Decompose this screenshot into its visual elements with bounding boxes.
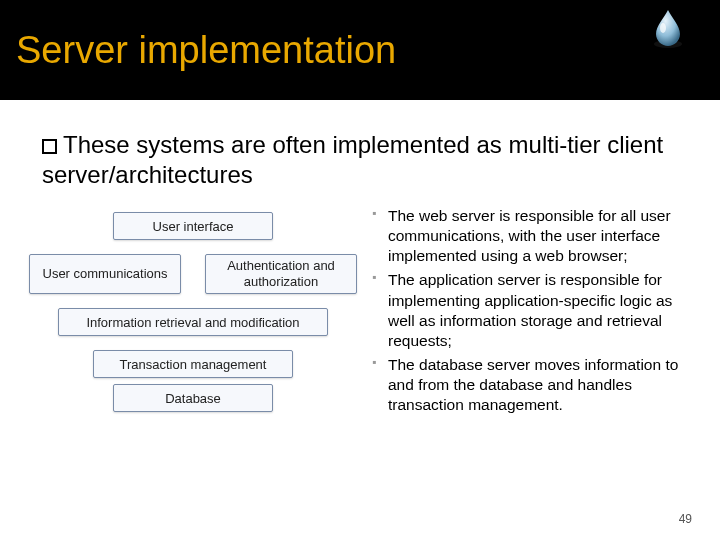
box-txn-mgmt: Transaction management	[93, 350, 293, 378]
bullet-item: The web server is responsible for all us…	[370, 206, 702, 266]
box-database: Database	[113, 384, 273, 412]
box-info-retrieval: Information retrieval and modification	[58, 308, 328, 336]
box-user-comm: User communications	[29, 254, 181, 294]
intro-text: These systems are often implemented as m…	[0, 100, 720, 200]
bullet-text: The application server is responsible fo…	[388, 271, 672, 348]
bullet-list: The web server is responsible for all us…	[370, 206, 710, 426]
box-user-interface: User interface	[113, 212, 273, 240]
svg-point-1	[660, 23, 666, 33]
bullet-text: The web server is responsible for all us…	[388, 207, 671, 264]
content-row: User interface User communications Authe…	[0, 200, 720, 426]
bullet-item: The database server moves information to…	[370, 355, 702, 415]
box-auth: Authentication and authorization	[205, 254, 357, 294]
tier-ui: User interface	[28, 212, 358, 240]
water-drop-icon	[646, 6, 690, 54]
tier-diagram: User interface User communications Authe…	[28, 206, 358, 426]
intro-body: These systems are often implemented as m…	[42, 131, 663, 188]
tier-info: Information retrieval and modification	[28, 308, 358, 336]
slide-title: Server implementation	[16, 29, 396, 72]
tier-comm-auth: User communications Authentication and a…	[28, 254, 358, 294]
tier-db: Transaction management Database	[28, 350, 358, 412]
bullet-text: The database server moves information to…	[388, 356, 678, 413]
bullet-item: The application server is responsible fo…	[370, 270, 702, 351]
title-bar: Server implementation	[0, 0, 720, 100]
square-bullet-icon	[42, 139, 57, 154]
page-number: 49	[679, 512, 692, 526]
